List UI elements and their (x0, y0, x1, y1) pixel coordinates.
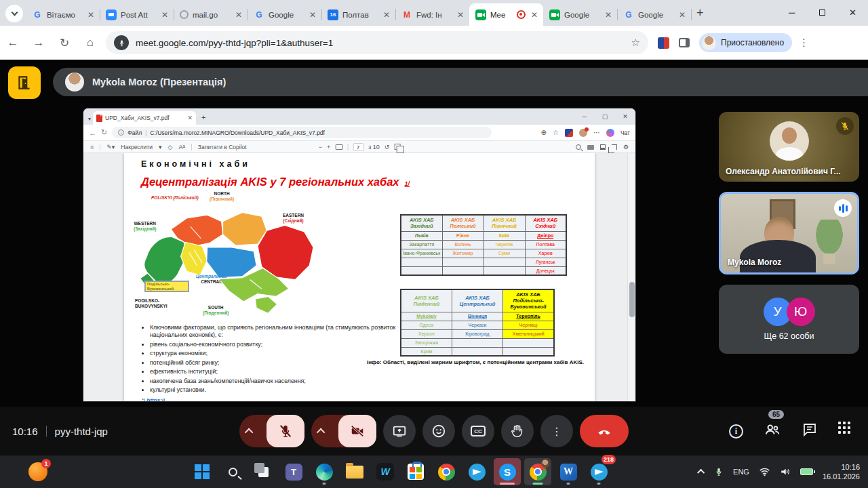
edge-pdf-tab[interactable]: UPD_Хаби_AKIS_v7.pdf ✕ (93, 111, 196, 125)
file-explorer-button[interactable] (341, 458, 368, 485)
mic-tray-icon[interactable] (714, 467, 724, 476)
chrome-button[interactable] (433, 458, 460, 485)
telegram-button[interactable] (463, 458, 490, 485)
browser-tab-1[interactable]: GВітаємо✕ (26, 3, 100, 26)
favorite-star-icon[interactable]: ☆ (553, 129, 559, 136)
close-icon[interactable]: ✕ (677, 10, 687, 20)
url-text[interactable]: meet.google.com/pyy-thtd-jqp?pli=1&authu… (136, 38, 625, 48)
chevron-up-icon[interactable] (317, 428, 326, 437)
browser-tab-3[interactable]: mail.go✕ (174, 3, 248, 26)
chevron-up-icon[interactable] (245, 428, 254, 437)
extension-icon[interactable] (658, 37, 669, 49)
search-icon[interactable] (576, 144, 581, 150)
teams-button[interactable]: T (280, 458, 307, 485)
side-panel-icon[interactable] (679, 38, 690, 47)
browser-tab-4[interactable]: GGoogle✕ (248, 3, 321, 26)
new-tab-button[interactable]: + (696, 6, 704, 20)
zoom-out-icon[interactable]: − (319, 144, 322, 150)
page-info-icon[interactable]: i (118, 129, 124, 136)
word-button[interactable]: W (555, 458, 582, 485)
toc-icon[interactable]: ≡ (90, 144, 94, 150)
close-icon[interactable]: ✕ (604, 10, 613, 20)
close-window-button[interactable]: ✕ (837, 0, 868, 26)
close-icon[interactable]: ✕ (382, 10, 391, 20)
edge-back-icon[interactable]: ← (89, 129, 96, 137)
captions-button[interactable]: CC (462, 415, 494, 447)
back-button[interactable]: ← (0, 36, 26, 49)
browser-tab-5[interactable]: 16Полтав✕ (321, 3, 395, 26)
task-view-button[interactable] (250, 458, 277, 485)
info-icon[interactable]: i (729, 424, 743, 439)
camera-off-button[interactable] (338, 415, 376, 447)
mic-off-button[interactable] (267, 415, 304, 447)
browser-tab-6[interactable]: MFwd: Ін✕ (395, 3, 469, 26)
tray-app-icon[interactable]: 1 (28, 462, 47, 481)
reload-button[interactable]: ↻ (52, 36, 77, 50)
scrollbar-thumb[interactable] (629, 282, 635, 317)
zoom-icon[interactable]: ⊕ (541, 129, 547, 136)
chevron-down-icon[interactable]: ▾ (159, 144, 162, 150)
telegram-badged-button[interactable]: 218 (585, 458, 612, 485)
edge-close-button[interactable]: ✕ (615, 108, 635, 125)
overflow-participants-tile[interactable]: У Ю Ще 62 особи (719, 285, 859, 354)
page-number-input[interactable]: 7 (353, 143, 363, 151)
settings-gear-icon[interactable]: ⚙ (623, 144, 629, 150)
browser-tab-2[interactable]: Post Att✕ (100, 3, 174, 26)
ms-store-button[interactable] (402, 458, 429, 485)
footnote-link[interactable]: https://… (147, 397, 171, 401)
more-options-button[interactable]: ⋮ (540, 415, 573, 447)
participant-tile-speaking[interactable]: Mykola Moroz (719, 192, 859, 274)
close-icon[interactable]: ✕ (234, 10, 243, 20)
people-panel-button[interactable]: 65 (764, 421, 781, 441)
browser-tab-9[interactable]: GGoogle✕ (617, 3, 691, 26)
maximize-button[interactable] (807, 0, 837, 26)
fullscreen-icon[interactable] (612, 144, 617, 150)
webex-button[interactable]: W (372, 458, 399, 485)
close-icon[interactable]: ✕ (86, 10, 96, 20)
edge-address-bar[interactable]: i Файл | C:/Users/ma.moroz.MINAGRO/Downl… (112, 127, 492, 138)
reactions-button[interactable] (422, 415, 455, 447)
browser-tab-8[interactable]: Google✕ (543, 3, 617, 26)
copilot-icon[interactable] (606, 129, 614, 137)
search-button[interactable] (219, 458, 246, 485)
battery-icon[interactable] (800, 468, 813, 475)
rotate-icon[interactable]: ↺ (384, 144, 390, 150)
forward-button[interactable]: → (26, 36, 52, 49)
close-icon[interactable]: ✕ (160, 10, 170, 20)
edge-maximize-button[interactable]: ▢ (595, 108, 615, 125)
zoom-in-icon[interactable]: + (327, 144, 330, 150)
door-extension-button[interactable] (8, 66, 41, 99)
eraser-icon[interactable]: ◇ (168, 144, 173, 150)
edge-reload-icon[interactable]: ↻ (101, 128, 107, 137)
minimize-button[interactable]: ─ (776, 0, 807, 26)
address-bar[interactable]: meet.google.com/pyy-thtd-jqp?pli=1&authu… (106, 31, 648, 54)
close-icon[interactable]: ✕ (530, 10, 539, 20)
page-view-icon[interactable] (394, 144, 400, 150)
end-call-button[interactable] (580, 415, 629, 447)
edge-menu-icon[interactable]: ⋯ (593, 129, 600, 136)
skype-button-active[interactable]: S (494, 458, 521, 485)
fit-page-icon[interactable] (335, 144, 342, 150)
edge-new-tab-button[interactable]: + (201, 113, 205, 121)
extension-icon[interactable] (565, 129, 573, 137)
close-icon[interactable]: ✕ (308, 10, 317, 20)
language-indicator[interactable]: ENG (733, 468, 749, 476)
home-button[interactable]: ⌂ (77, 36, 103, 49)
pen-icon[interactable]: ✎▾ (106, 144, 115, 150)
chat-panel-button[interactable] (802, 422, 818, 441)
participant-tile-1[interactable]: Олександр Анатолійович Г... (719, 112, 859, 182)
save-icon[interactable] (600, 144, 606, 150)
tray-expand-icon[interactable] (697, 469, 705, 476)
browser-tab-meet-active[interactable]: Mee✕ (469, 3, 543, 26)
print-icon[interactable] (587, 145, 594, 150)
draw-label[interactable]: Накреслити (121, 144, 153, 150)
wifi-icon[interactable] (759, 467, 770, 476)
start-button[interactable] (189, 458, 216, 485)
chevron-down-icon[interactable]: ▾ (88, 116, 91, 122)
profile-chip[interactable]: Приостановлено (699, 33, 792, 52)
edge-minimize-button[interactable]: ─ (574, 108, 595, 125)
chrome-button-active[interactable] (524, 458, 551, 485)
tray-clock[interactable]: 10:16 16.01.2026 (823, 462, 860, 482)
present-button[interactable] (383, 415, 416, 447)
tab-search-button[interactable] (5, 5, 23, 22)
